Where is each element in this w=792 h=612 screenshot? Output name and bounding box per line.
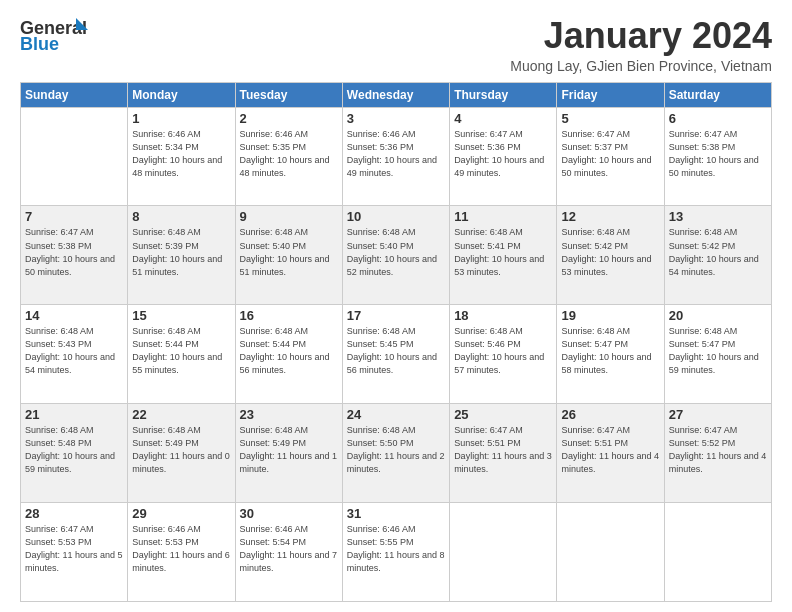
- day-number: 11: [454, 209, 552, 224]
- day-info: Sunrise: 6:46 AMSunset: 5:54 PMDaylight:…: [240, 523, 338, 575]
- calendar-cell: [450, 503, 557, 602]
- logo-svg: GeneralBlue: [20, 16, 90, 54]
- day-number: 15: [132, 308, 230, 323]
- day-info: Sunrise: 6:48 AMSunset: 5:47 PMDaylight:…: [669, 325, 767, 377]
- calendar-week-row: 28Sunrise: 6:47 AMSunset: 5:53 PMDayligh…: [21, 503, 772, 602]
- day-info: Sunrise: 6:48 AMSunset: 5:40 PMDaylight:…: [347, 226, 445, 278]
- title-section: January 2024 Muong Lay, GJien Bien Provi…: [510, 16, 772, 74]
- calendar-cell: 3Sunrise: 6:46 AMSunset: 5:36 PMDaylight…: [342, 107, 449, 206]
- calendar-cell: 12Sunrise: 6:48 AMSunset: 5:42 PMDayligh…: [557, 206, 664, 305]
- calendar-cell: 10Sunrise: 6:48 AMSunset: 5:40 PMDayligh…: [342, 206, 449, 305]
- day-info: Sunrise: 6:48 AMSunset: 5:44 PMDaylight:…: [132, 325, 230, 377]
- day-number: 1: [132, 111, 230, 126]
- day-number: 30: [240, 506, 338, 521]
- day-info: Sunrise: 6:47 AMSunset: 5:36 PMDaylight:…: [454, 128, 552, 180]
- calendar-cell: 22Sunrise: 6:48 AMSunset: 5:49 PMDayligh…: [128, 404, 235, 503]
- day-info: Sunrise: 6:47 AMSunset: 5:51 PMDaylight:…: [454, 424, 552, 476]
- day-number: 24: [347, 407, 445, 422]
- day-info: Sunrise: 6:46 AMSunset: 5:34 PMDaylight:…: [132, 128, 230, 180]
- calendar-cell: 1Sunrise: 6:46 AMSunset: 5:34 PMDaylight…: [128, 107, 235, 206]
- day-info: Sunrise: 6:48 AMSunset: 5:49 PMDaylight:…: [132, 424, 230, 476]
- weekday-header-thursday: Thursday: [450, 82, 557, 107]
- day-number: 12: [561, 209, 659, 224]
- calendar-cell: 21Sunrise: 6:48 AMSunset: 5:48 PMDayligh…: [21, 404, 128, 503]
- logo: GeneralBlue: [20, 16, 90, 54]
- calendar-cell: 30Sunrise: 6:46 AMSunset: 5:54 PMDayligh…: [235, 503, 342, 602]
- day-number: 10: [347, 209, 445, 224]
- day-number: 14: [25, 308, 123, 323]
- calendar-cell: 2Sunrise: 6:46 AMSunset: 5:35 PMDaylight…: [235, 107, 342, 206]
- day-info: Sunrise: 6:47 AMSunset: 5:53 PMDaylight:…: [25, 523, 123, 575]
- calendar-cell: 17Sunrise: 6:48 AMSunset: 5:45 PMDayligh…: [342, 305, 449, 404]
- day-number: 8: [132, 209, 230, 224]
- calendar-cell: 19Sunrise: 6:48 AMSunset: 5:47 PMDayligh…: [557, 305, 664, 404]
- calendar-cell: 15Sunrise: 6:48 AMSunset: 5:44 PMDayligh…: [128, 305, 235, 404]
- day-number: 2: [240, 111, 338, 126]
- calendar-week-row: 7Sunrise: 6:47 AMSunset: 5:38 PMDaylight…: [21, 206, 772, 305]
- calendar-cell: [557, 503, 664, 602]
- calendar-cell: [664, 503, 771, 602]
- calendar-cell: 7Sunrise: 6:47 AMSunset: 5:38 PMDaylight…: [21, 206, 128, 305]
- calendar-cell: 13Sunrise: 6:48 AMSunset: 5:42 PMDayligh…: [664, 206, 771, 305]
- calendar-cell: 8Sunrise: 6:48 AMSunset: 5:39 PMDaylight…: [128, 206, 235, 305]
- day-number: 31: [347, 506, 445, 521]
- day-info: Sunrise: 6:48 AMSunset: 5:45 PMDaylight:…: [347, 325, 445, 377]
- day-number: 28: [25, 506, 123, 521]
- calendar-cell: 9Sunrise: 6:48 AMSunset: 5:40 PMDaylight…: [235, 206, 342, 305]
- weekday-header-sunday: Sunday: [21, 82, 128, 107]
- day-info: Sunrise: 6:47 AMSunset: 5:38 PMDaylight:…: [25, 226, 123, 278]
- day-info: Sunrise: 6:48 AMSunset: 5:49 PMDaylight:…: [240, 424, 338, 476]
- day-number: 20: [669, 308, 767, 323]
- calendar-cell: 14Sunrise: 6:48 AMSunset: 5:43 PMDayligh…: [21, 305, 128, 404]
- day-info: Sunrise: 6:47 AMSunset: 5:37 PMDaylight:…: [561, 128, 659, 180]
- day-info: Sunrise: 6:48 AMSunset: 5:47 PMDaylight:…: [561, 325, 659, 377]
- day-number: 6: [669, 111, 767, 126]
- calendar-cell: 29Sunrise: 6:46 AMSunset: 5:53 PMDayligh…: [128, 503, 235, 602]
- calendar-cell: [21, 107, 128, 206]
- weekday-header-tuesday: Tuesday: [235, 82, 342, 107]
- day-info: Sunrise: 6:48 AMSunset: 5:39 PMDaylight:…: [132, 226, 230, 278]
- calendar-cell: 16Sunrise: 6:48 AMSunset: 5:44 PMDayligh…: [235, 305, 342, 404]
- day-info: Sunrise: 6:46 AMSunset: 5:36 PMDaylight:…: [347, 128, 445, 180]
- calendar-cell: 31Sunrise: 6:46 AMSunset: 5:55 PMDayligh…: [342, 503, 449, 602]
- page: GeneralBlue January 2024 Muong Lay, GJie…: [0, 0, 792, 612]
- day-info: Sunrise: 6:48 AMSunset: 5:41 PMDaylight:…: [454, 226, 552, 278]
- header: GeneralBlue January 2024 Muong Lay, GJie…: [20, 16, 772, 74]
- calendar-cell: 4Sunrise: 6:47 AMSunset: 5:36 PMDaylight…: [450, 107, 557, 206]
- weekday-header-saturday: Saturday: [664, 82, 771, 107]
- day-number: 27: [669, 407, 767, 422]
- weekday-header-wednesday: Wednesday: [342, 82, 449, 107]
- day-number: 7: [25, 209, 123, 224]
- day-number: 17: [347, 308, 445, 323]
- calendar-cell: 20Sunrise: 6:48 AMSunset: 5:47 PMDayligh…: [664, 305, 771, 404]
- calendar-cell: 18Sunrise: 6:48 AMSunset: 5:46 PMDayligh…: [450, 305, 557, 404]
- day-info: Sunrise: 6:48 AMSunset: 5:46 PMDaylight:…: [454, 325, 552, 377]
- location-subtitle: Muong Lay, GJien Bien Province, Vietnam: [510, 58, 772, 74]
- calendar-cell: 24Sunrise: 6:48 AMSunset: 5:50 PMDayligh…: [342, 404, 449, 503]
- day-number: 19: [561, 308, 659, 323]
- calendar-week-row: 14Sunrise: 6:48 AMSunset: 5:43 PMDayligh…: [21, 305, 772, 404]
- day-number: 23: [240, 407, 338, 422]
- day-number: 9: [240, 209, 338, 224]
- calendar-cell: 27Sunrise: 6:47 AMSunset: 5:52 PMDayligh…: [664, 404, 771, 503]
- day-number: 16: [240, 308, 338, 323]
- day-number: 21: [25, 407, 123, 422]
- day-info: Sunrise: 6:48 AMSunset: 5:48 PMDaylight:…: [25, 424, 123, 476]
- day-number: 26: [561, 407, 659, 422]
- day-info: Sunrise: 6:48 AMSunset: 5:44 PMDaylight:…: [240, 325, 338, 377]
- day-info: Sunrise: 6:48 AMSunset: 5:42 PMDaylight:…: [669, 226, 767, 278]
- day-number: 4: [454, 111, 552, 126]
- day-info: Sunrise: 6:46 AMSunset: 5:53 PMDaylight:…: [132, 523, 230, 575]
- calendar-table: SundayMondayTuesdayWednesdayThursdayFrid…: [20, 82, 772, 602]
- calendar-cell: 5Sunrise: 6:47 AMSunset: 5:37 PMDaylight…: [557, 107, 664, 206]
- day-info: Sunrise: 6:47 AMSunset: 5:38 PMDaylight:…: [669, 128, 767, 180]
- calendar-cell: 6Sunrise: 6:47 AMSunset: 5:38 PMDaylight…: [664, 107, 771, 206]
- day-number: 3: [347, 111, 445, 126]
- month-title: January 2024: [510, 16, 772, 56]
- day-number: 29: [132, 506, 230, 521]
- weekday-header-row: SundayMondayTuesdayWednesdayThursdayFrid…: [21, 82, 772, 107]
- day-info: Sunrise: 6:48 AMSunset: 5:42 PMDaylight:…: [561, 226, 659, 278]
- day-number: 13: [669, 209, 767, 224]
- day-info: Sunrise: 6:47 AMSunset: 5:52 PMDaylight:…: [669, 424, 767, 476]
- calendar-cell: 28Sunrise: 6:47 AMSunset: 5:53 PMDayligh…: [21, 503, 128, 602]
